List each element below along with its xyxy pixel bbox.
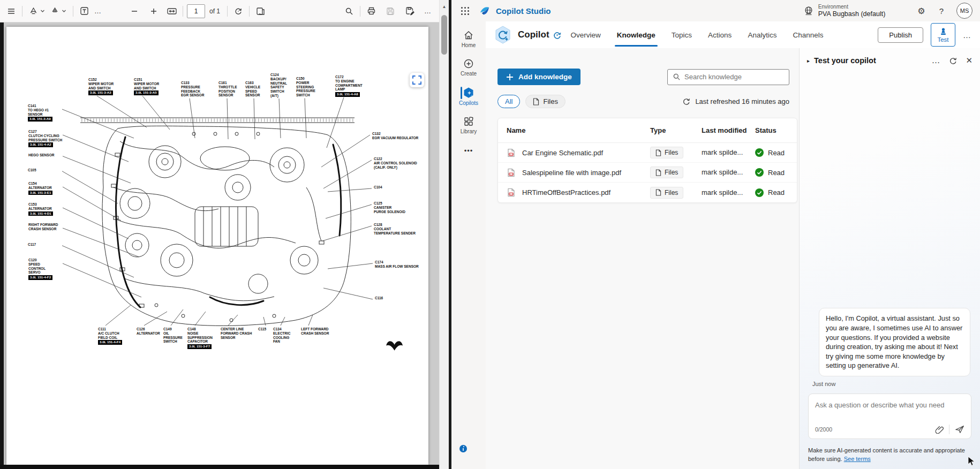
search-knowledge-input[interactable]	[684, 73, 784, 81]
status-cell: Read	[755, 188, 797, 197]
add-knowledge-button[interactable]: Add knowledge	[497, 69, 581, 85]
table-header: NameTypeLast modifiedStatus	[498, 118, 797, 143]
file-name: HRTimeOffBestPractices.pdf	[522, 188, 610, 196]
print-icon[interactable]	[364, 4, 378, 18]
tab-topics[interactable]: Topics	[671, 21, 692, 48]
schematic-callout: C150POWERSTEERINGPRESSURESWITCH	[296, 77, 315, 97]
page-number-input[interactable]	[187, 4, 205, 18]
publish-button[interactable]: Publish	[878, 27, 923, 43]
zoom-out-icon[interactable]	[127, 4, 141, 18]
knowledge-table-row[interactable]: Car Engine Schematic.pdfFilesmark spilde…	[498, 143, 797, 163]
app-title[interactable]: Copilot Studio	[496, 6, 551, 16]
callout-line: SWITCH	[296, 93, 315, 97]
search-icon[interactable]	[342, 4, 356, 18]
fit-to-width-icon[interactable]	[165, 4, 179, 18]
pdf-scrollbar[interactable]: ▲	[439, 0, 449, 469]
more-tools-icon[interactable]: …	[91, 4, 105, 18]
info-icon[interactable]	[459, 444, 468, 453]
test-button[interactable]: Test	[931, 23, 955, 47]
tab-actions[interactable]: Actions	[707, 21, 732, 48]
callout-line: PURGE SOLENOID	[374, 210, 405, 214]
zoom-in-icon[interactable]	[147, 4, 161, 18]
knowledge-table-row[interactable]: HRTimeOffBestPractices.pdfFilesmark spil…	[498, 183, 797, 202]
refresh-icon	[682, 97, 690, 105]
file-name-cell: Salespipeline file with image.pdf	[498, 168, 650, 177]
help-icon[interactable]: ?	[939, 6, 944, 16]
tab-knowledge[interactable]: Knowledge	[616, 21, 656, 48]
chat-input-card[interactable]: Ask a question or describe what you need…	[808, 394, 971, 439]
rail-more-icon[interactable]: •••	[464, 147, 473, 155]
panel-refresh-icon[interactable]	[949, 57, 957, 65]
see-terms-link[interactable]: See terms	[844, 456, 871, 462]
callout-line: C126	[137, 327, 160, 331]
search-knowledge-box[interactable]	[667, 69, 789, 85]
callout-line: C127	[28, 130, 62, 134]
file-icon	[655, 189, 661, 196]
knowledge-table-row[interactable]: Salespipeline file with image.pdfFilesma…	[498, 163, 797, 183]
refresh-text: Last refreshed 16 minutes ago	[695, 97, 789, 105]
rotate-icon[interactable]	[231, 4, 245, 18]
callout-line: C120	[28, 258, 52, 262]
callout-line: NEUTRAL	[270, 81, 287, 86]
left-navigation-rail: HomeCreateCopilotsLibrary •••	[451, 21, 486, 469]
callout-line: C152	[88, 78, 114, 82]
schematic-callout: C151WIPER MOTORAND SWITCH3.0L 151-3-A5	[134, 78, 159, 95]
home-icon	[463, 30, 474, 41]
panel-more-icon[interactable]: …	[931, 56, 940, 65]
library-icon	[463, 116, 474, 127]
chevron-down-icon[interactable]	[62, 4, 68, 18]
callout-line: CANISTER	[374, 206, 405, 210]
sidebar-item-copilots[interactable]: Copilots	[459, 82, 478, 110]
copilot-bar: Copilot OverviewKnowledgeTopicsActionsAn…	[486, 21, 980, 48]
test-button-label: Test	[937, 36, 948, 43]
page-view-icon[interactable]	[253, 4, 267, 18]
scrollbar-thumb[interactable]	[441, 15, 447, 55]
publisher-bat-logo	[386, 341, 403, 351]
filter-all-pill[interactable]: All	[497, 95, 520, 108]
highlighter-icon[interactable]	[48, 4, 62, 18]
callout-line: EGR SENSOR	[181, 93, 204, 97]
schematic-callout: C172TO ENGINECOMPARTMENTLAMP3.0L 151-4-A…	[335, 75, 363, 97]
scroll-up-arrow[interactable]: ▲	[440, 0, 449, 10]
chevron-down-icon[interactable]	[40, 4, 47, 18]
tab-analytics[interactable]: Analytics	[747, 21, 777, 48]
environment-picker[interactable]: Environment PVA Bugbash (default)	[818, 4, 886, 18]
callout-line: C151	[134, 78, 159, 82]
collapse-caret-icon[interactable]: ▸	[807, 58, 810, 64]
sidebar-item-create[interactable]: Create	[459, 54, 478, 80]
add-text-icon[interactable]	[77, 4, 91, 18]
status-label: Read	[768, 149, 785, 157]
save-as-icon[interactable]	[403, 4, 417, 18]
column-header-type: Type	[650, 126, 702, 134]
column-header-last-modified: Last modified	[702, 126, 755, 135]
sidebar-item-library[interactable]: Library	[459, 112, 478, 138]
tab-channels[interactable]: Channels	[792, 21, 824, 48]
callout-line: CAPACITOR	[187, 339, 213, 344]
panel-close-icon[interactable]: ✕	[966, 56, 973, 65]
send-icon[interactable]	[955, 425, 964, 434]
chat-input-placeholder[interactable]: Ask a question or describe what you need	[815, 400, 964, 421]
callout-line: CLUTCH CYCLING	[28, 134, 62, 138]
settings-gear-icon[interactable]: ⚙	[917, 6, 925, 16]
user-avatar[interactable]: MS	[956, 3, 973, 19]
tab-overview[interactable]: Overview	[570, 21, 601, 48]
callout-line: CENTER LINE	[221, 327, 252, 331]
refresh-status[interactable]: Last refreshed 16 minutes ago	[682, 97, 789, 105]
attach-paperclip-icon[interactable]	[935, 425, 944, 434]
filter-files-pill[interactable]: Files	[525, 95, 565, 108]
waffle-menu-icon[interactable]	[458, 4, 472, 18]
divider	[73, 6, 73, 17]
callout-line: CRASH SENSOR	[28, 227, 58, 231]
menu-icon[interactable]	[4, 4, 18, 18]
draw-pen-icon[interactable]	[26, 4, 40, 18]
callout-line: C163	[245, 81, 260, 85]
callout-line: HEGO SENSOR	[28, 153, 54, 157]
sidebar-item-home[interactable]: Home	[459, 26, 478, 52]
mouse-cursor	[967, 456, 976, 467]
bar-more-icon[interactable]: …	[963, 31, 971, 40]
callout-line: C153	[28, 202, 53, 207]
expand-page-button[interactable]	[410, 73, 424, 87]
copilot-status-icon[interactable]	[553, 31, 562, 40]
more-options-icon[interactable]: …	[421, 4, 435, 18]
test-beaker-icon	[939, 27, 947, 36]
